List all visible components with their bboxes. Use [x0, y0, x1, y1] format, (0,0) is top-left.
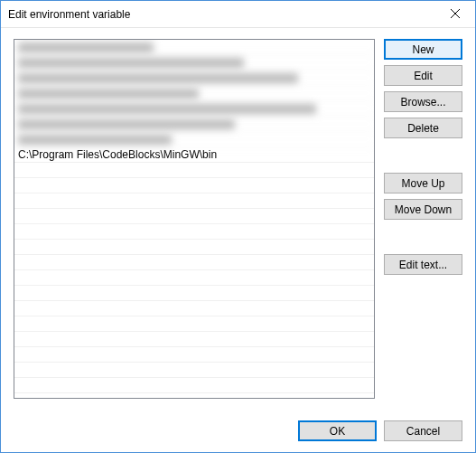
list-item[interactable]: [14, 209, 374, 224]
browse-button[interactable]: Browse...: [384, 91, 462, 112]
edit-button[interactable]: Edit: [384, 65, 462, 86]
list-item[interactable]: [14, 301, 374, 316]
window-title: Edit environment variable: [8, 8, 130, 21]
dialog-window: Edit environment variable C:\Program Fil…: [0, 0, 476, 453]
delete-button[interactable]: Delete: [384, 118, 462, 138]
list-item[interactable]: [14, 178, 374, 193]
move-up-button[interactable]: Move Up: [384, 173, 462, 193]
edit-text-button[interactable]: Edit text...: [384, 254, 462, 275]
list-item[interactable]: [14, 240, 374, 255]
ok-button[interactable]: OK: [298, 420, 377, 441]
list-item[interactable]: [14, 163, 374, 178]
path-listbox[interactable]: C:\Program Files\CodeBlocks\MinGW\bin: [14, 39, 375, 399]
list-item[interactable]: [14, 86, 374, 101]
list-item[interactable]: [14, 40, 374, 55]
move-down-button[interactable]: Move Down: [384, 199, 462, 220]
list-item[interactable]: C:\Program Files\CodeBlocks\MinGW\bin: [14, 147, 374, 163]
list-item[interactable]: [14, 55, 374, 71]
spacer: [384, 225, 462, 249]
titlebar: Edit environment variable: [1, 1, 475, 28]
list-item[interactable]: [14, 378, 374, 393]
spacer: [384, 144, 462, 167]
dialog-content: C:\Program Files\CodeBlocks\MinGW\bin Ne…: [1, 28, 475, 452]
close-button[interactable]: [434, 1, 475, 27]
list-item[interactable]: [14, 347, 374, 363]
list-item[interactable]: [14, 132, 374, 147]
list-item[interactable]: [14, 255, 374, 270]
close-icon: [451, 8, 460, 21]
list-item[interactable]: [14, 193, 374, 209]
side-button-column: New Edit Browse... Delete Move Up Move D…: [384, 39, 462, 408]
list-item[interactable]: [14, 332, 374, 347]
list-item[interactable]: [14, 270, 374, 286]
list-item[interactable]: [14, 117, 374, 132]
list-item[interactable]: [14, 363, 374, 378]
bottom-button-row: OK Cancel: [14, 408, 462, 441]
list-item[interactable]: [14, 286, 374, 301]
list-item[interactable]: [14, 224, 374, 240]
list-item[interactable]: [14, 316, 374, 332]
main-row: C:\Program Files\CodeBlocks\MinGW\bin Ne…: [14, 39, 462, 408]
cancel-button[interactable]: Cancel: [384, 420, 462, 441]
list-item[interactable]: [14, 101, 374, 117]
new-button[interactable]: New: [384, 39, 462, 60]
list-item[interactable]: [14, 71, 374, 86]
